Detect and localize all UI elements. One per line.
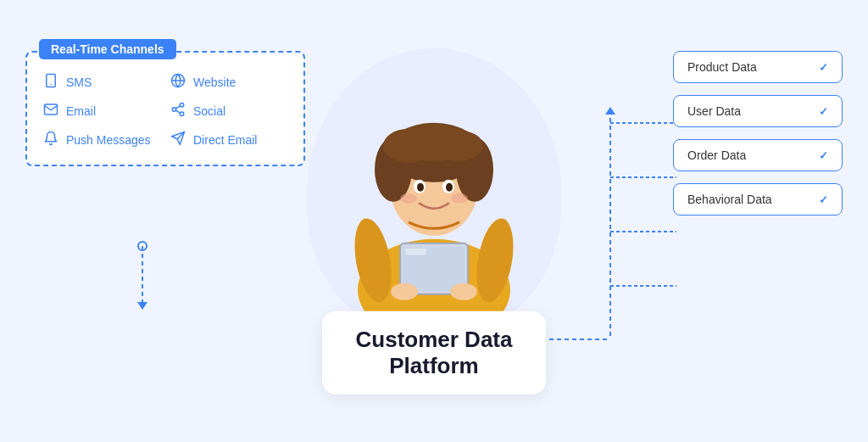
social-label: Social [193,104,225,118]
direct-email-icon [170,131,186,149]
website-icon [170,73,186,92]
user-data-label: User Data [687,104,741,118]
svg-marker-2 [137,302,147,310]
push-label: Push Messages [66,133,151,147]
check-icon-behavioral: ✓ [819,193,828,206]
svg-rect-41 [405,248,426,255]
svg-point-0 [138,242,147,250]
left-panel: Real-Time Channels SMS [25,51,305,166]
cdp-line1: Customer Data [356,326,513,351]
svg-point-33 [417,182,424,191]
data-items-list: Product Data ✓ User Data ✓ Order Data ✓ [673,51,843,215]
behavioral-data-box: Behavioral Data ✓ [673,183,843,215]
product-data-label: Product Data [687,60,757,74]
right-panel: Product Data ✓ User Data ✓ Order Data ✓ [673,51,843,215]
list-item: User Data ✓ [673,95,843,127]
channel-item-website: Website [170,73,288,92]
social-icon [170,102,186,120]
channel-item-email: Email [42,102,161,120]
svg-point-34 [446,182,453,191]
svg-point-35 [400,193,417,203]
push-icon [42,131,59,149]
svg-line-19 [175,106,180,109]
channel-item-social: Social [170,102,288,120]
check-icon-user: ✓ [819,105,828,118]
cdp-line2: Platform [389,353,478,378]
list-item: Product Data ✓ [673,51,843,83]
sms-icon [42,73,59,92]
main-container: Real-Time Channels SMS [0,0,868,442]
center-panel: Customer Data Platform [307,48,561,394]
cdp-label: Customer Data Platform [356,326,513,378]
user-data-box: User Data ✓ [673,95,843,127]
svg-line-18 [175,110,180,113]
email-label: Email [66,104,96,118]
svg-point-43 [450,283,477,299]
behavioral-data-label: Behavioral Data [687,193,772,206]
order-data-label: Order Data [687,148,746,162]
channels-box: Real-Time Channels SMS [25,51,305,166]
channels-grid: SMS Website [42,73,288,149]
sms-label: SMS [66,76,92,89]
svg-point-30 [396,123,472,160]
channels-title: Real-Time Channels [39,39,176,59]
order-data-box: Order Data ✓ [673,139,843,171]
svg-marker-6 [605,107,615,115]
direct-email-label: Direct Email [193,133,257,147]
channel-item-direct-email: Direct Email [170,131,288,149]
list-item: Order Data ✓ [673,139,843,171]
product-data-box: Product Data ✓ [673,51,843,83]
check-icon-order: ✓ [819,149,828,162]
channel-item-push: Push Messages [42,131,161,149]
svg-point-36 [451,193,468,203]
check-icon-product: ✓ [819,61,828,74]
cdp-label-box: Customer Data Platform [322,311,547,394]
person-illustration [324,60,544,323]
list-item: Behavioral Data ✓ [673,183,843,215]
channel-item-sms: SMS [42,73,161,92]
person-blob [307,48,561,336]
email-icon [42,102,59,120]
svg-point-42 [391,283,418,299]
website-label: Website [193,76,236,89]
